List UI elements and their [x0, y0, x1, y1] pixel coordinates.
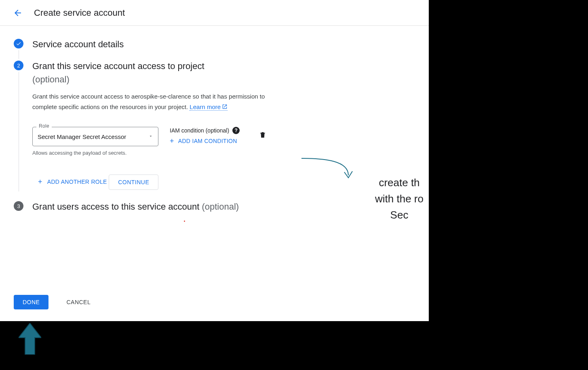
- back-arrow-icon[interactable]: [10, 5, 26, 21]
- external-link-icon: [222, 104, 228, 109]
- continue-button[interactable]: CONTINUE: [109, 174, 158, 190]
- step-2-title: Grant this service account access to pro…: [32, 61, 415, 72]
- chevron-down-icon: [148, 133, 153, 140]
- role-helper-text: Allows accessing the payload of secrets.: [32, 149, 129, 157]
- step-2-optional-label: (optional): [32, 74, 415, 85]
- step-3-badge: 3: [14, 201, 23, 211]
- presentation-black-bg-right: [429, 0, 588, 370]
- step-1-service-account-details[interactable]: Service account details: [14, 39, 415, 61]
- role-selected-value: Secret Manager Secret Accessor: [38, 133, 126, 140]
- iam-condition-label: IAM condition (optional) ?: [170, 127, 240, 134]
- plus-icon: +: [38, 178, 42, 185]
- step-2-description: Grant this service account access to aer…: [32, 91, 283, 112]
- role-select[interactable]: Role Secret Manager Secret Accessor: [32, 127, 158, 146]
- step-3-grant-users-access[interactable]: 3 Grant users access to this service acc…: [14, 201, 415, 216]
- role-field-label: Role: [36, 123, 52, 129]
- add-iam-condition-button[interactable]: + ADD IAM CONDITION: [170, 137, 237, 145]
- help-icon[interactable]: ?: [232, 127, 240, 134]
- presentation-black-bg-bottom: [0, 321, 429, 370]
- learn-more-link[interactable]: Learn more: [190, 103, 228, 111]
- laser-pointer-dot: [184, 221, 185, 222]
- cancel-button[interactable]: CANCEL: [66, 299, 91, 305]
- delete-role-button[interactable]: [259, 131, 266, 141]
- svg-marker-0: [19, 323, 41, 355]
- step-1-complete-badge: [14, 39, 23, 48]
- page-title: Create service account: [34, 8, 125, 18]
- annotation-curved-arrow-icon: [301, 156, 357, 184]
- page-header: Create service account: [0, 0, 429, 26]
- step-2-badge: 2: [14, 61, 23, 70]
- gcp-create-service-account-panel: Create service account Service account d…: [0, 0, 429, 321]
- annotation-text: create th with the ro Sec: [367, 174, 432, 223]
- plus-icon: +: [170, 137, 174, 145]
- add-another-role-button[interactable]: + ADD ANOTHER ROLE: [32, 178, 107, 185]
- annotation-up-arrow-icon: [19, 323, 41, 355]
- step-3-title: Grant users access to this service accou…: [32, 201, 415, 212]
- step-1-title: Service account details: [32, 39, 415, 50]
- done-button[interactable]: DONE: [14, 295, 48, 309]
